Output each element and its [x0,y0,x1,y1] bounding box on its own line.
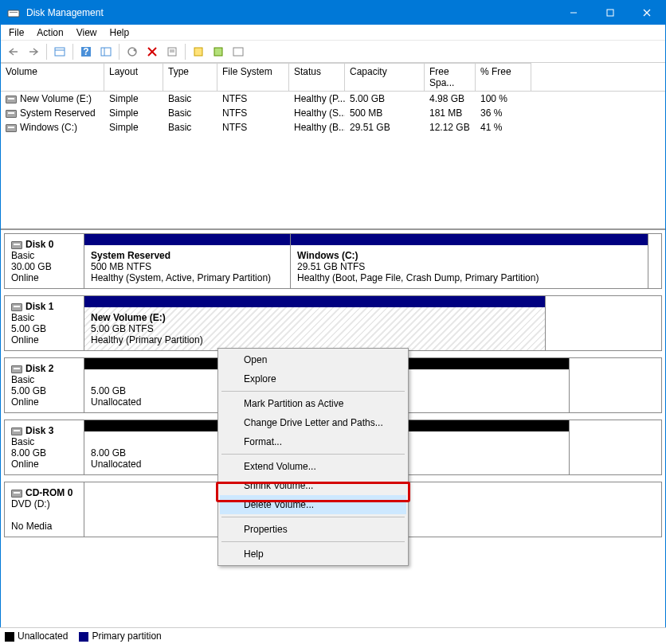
toolbar: ? [1,41,665,63]
ctx-mark-active[interactable]: Mark Partition as Active [220,394,406,413]
col-free[interactable]: Free Spa... [425,63,476,91]
settings-icon[interactable] [96,43,116,60]
show-hide-button[interactable] [50,43,69,60]
partition-box[interactable]: New Volume (E:)5.00 GB NTFSHealthy (Prim… [84,295,546,351]
col-volume[interactable]: Volume [1,63,104,91]
svg-rect-6 [55,48,65,56]
disk-info[interactable]: Disk 1Basic5.00 GBOnline [5,296,84,350]
ctx-properties[interactable]: Properties [220,520,406,539]
menu-action[interactable]: Action [30,25,69,40]
help-icon[interactable]: ? [76,43,96,60]
menu-help[interactable]: Help [104,25,136,40]
svg-rect-1 [10,12,18,13]
ctx-help[interactable]: Help [220,544,406,564]
svg-rect-0 [8,10,19,17]
volume-list-header: Volume Layout Type File System Status Ca… [1,63,665,92]
window-title: Disk Management [26,7,555,18]
ctx-extend[interactable]: Extend Volume... [220,457,406,476]
action2-icon[interactable] [209,43,228,60]
ctx-open[interactable]: Open [220,350,406,369]
disk-info[interactable]: CD-ROM 0DVD (D:)No Media [5,482,84,537]
col-filesystem[interactable]: File System [217,63,289,91]
col-layout[interactable]: Layout [104,63,163,91]
col-status[interactable]: Status [289,63,345,91]
disk-row: Disk 1Basic5.00 GBOnlineNew Volume (E:)5… [4,295,662,351]
volume-list: Volume Layout Type File System Status Ca… [1,63,665,230]
partition-box[interactable]: System Reserved500 MB NTFSHealthy (Syste… [84,233,291,289]
legend: Unallocated Primary partition [0,627,666,644]
legend-primary: Primary partition [79,630,161,642]
ctx-explore[interactable]: Explore [220,369,406,388]
disk-info[interactable]: Disk 0Basic30.00 GBOnline [5,234,84,288]
disk-info[interactable]: Disk 3Basic8.00 GBOnline [5,420,84,474]
svg-rect-18 [194,48,202,56]
minimize-button[interactable] [555,1,592,25]
disk-icon [6,110,17,118]
ctx-change-letter[interactable]: Change Drive Letter and Paths... [220,413,406,432]
volume-row[interactable]: New Volume (E:) SimpleBasicNTFS Healthy … [1,92,665,106]
disk-info[interactable]: Disk 2Basic5.00 GBOnline [5,358,84,412]
disk-icon [6,124,17,132]
delete-icon[interactable] [143,43,162,60]
back-button[interactable] [4,43,23,60]
ctx-shrink[interactable]: Shrink Volume... [220,476,406,495]
disk-icon [6,96,17,103]
menubar: File Action View Help [1,25,665,41]
ctx-delete-volume[interactable]: Delete Volume... [220,495,406,514]
legend-unallocated: Unallocated [5,630,68,642]
refresh-icon[interactable] [123,43,142,60]
volume-row[interactable]: System Reserved SimpleBasicNTFS Healthy … [1,106,665,120]
svg-rect-19 [214,48,222,56]
menu-file[interactable]: File [2,25,30,40]
maximize-button[interactable] [592,1,629,25]
volume-row[interactable]: Windows (C:) SimpleBasicNTFS Healthy (B.… [1,120,665,135]
app-icon [7,6,20,19]
forward-button[interactable] [24,43,43,60]
action1-icon[interactable] [189,43,208,60]
col-pctfree[interactable]: % Free [476,63,531,91]
titlebar: Disk Management [1,1,665,25]
properties-icon[interactable] [163,43,182,60]
action3-icon[interactable] [229,43,248,60]
svg-rect-20 [233,48,243,56]
ctx-format[interactable]: Format... [220,432,406,451]
svg-rect-3 [607,10,613,16]
svg-rect-10 [101,48,111,56]
close-button[interactable] [629,1,665,25]
svg-text:?: ? [83,46,88,57]
disk-row: Disk 0Basic30.00 GBOnlineSystem Reserved… [4,233,662,289]
col-type[interactable]: Type [163,63,217,91]
context-menu: Open Explore Mark Partition as Active Ch… [217,348,409,566]
partition-box[interactable]: Windows (C:)29.51 GB NTFSHealthy (Boot, … [290,233,648,289]
col-capacity[interactable]: Capacity [345,63,425,91]
menu-view[interactable]: View [70,25,104,40]
